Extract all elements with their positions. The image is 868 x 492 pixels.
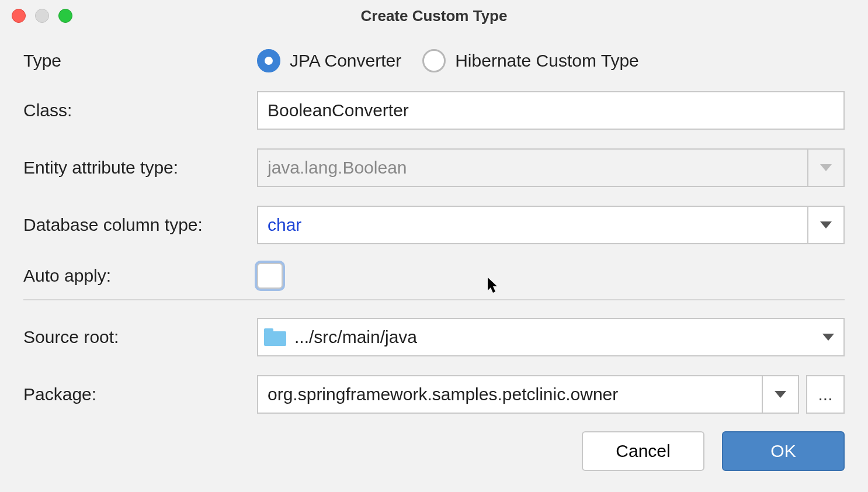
- radio-jpa-label: JPA Converter: [290, 51, 401, 71]
- source-root-label: Source root:: [23, 327, 257, 347]
- cancel-button[interactable]: Cancel: [582, 431, 704, 471]
- database-column-type-dropdown[interactable]: [807, 207, 843, 243]
- chevron-down-icon: [775, 391, 786, 398]
- folder-icon: [264, 328, 286, 346]
- auto-apply-checkbox[interactable]: [257, 263, 283, 289]
- database-column-type-label: Database column type:: [23, 215, 257, 235]
- type-label: Type: [23, 51, 257, 71]
- package-combo[interactable]: org.springframework.samples.petclinic.ow…: [257, 375, 799, 414]
- divider: [23, 299, 845, 300]
- class-input[interactable]: [257, 91, 845, 130]
- entity-attribute-type-label: Entity attribute type:: [23, 158, 257, 178]
- source-root-combo[interactable]: .../src/main/java: [257, 318, 845, 356]
- chevron-down-icon: [820, 164, 832, 171]
- window-controls: [12, 9, 72, 23]
- type-radio-group: JPA Converter Hibernate Custom Type: [257, 49, 845, 72]
- radio-hibernate-custom-type[interactable]: Hibernate Custom Type: [422, 49, 639, 72]
- package-value[interactable]: org.springframework.samples.petclinic.ow…: [258, 376, 762, 413]
- browse-package-button[interactable]: ...: [806, 375, 845, 414]
- zoom-icon[interactable]: [58, 9, 72, 23]
- class-label: Class:: [23, 101, 257, 120]
- radio-jpa-converter[interactable]: JPA Converter: [257, 49, 401, 72]
- database-column-type-combo[interactable]: char: [257, 206, 845, 244]
- radio-icon: [422, 49, 446, 72]
- radio-hibernate-label: Hibernate Custom Type: [455, 51, 639, 71]
- database-column-type-value[interactable]: char: [258, 207, 807, 243]
- chevron-down-icon: [822, 334, 834, 341]
- entity-attribute-type-value: java.lang.Boolean: [258, 150, 807, 186]
- titlebar: Create Custom Type: [0, 0, 868, 32]
- window-title: Create Custom Type: [0, 7, 868, 25]
- package-label: Package:: [23, 384, 257, 404]
- entity-attribute-type-combo: java.lang.Boolean: [257, 148, 845, 187]
- auto-apply-label: Auto apply:: [23, 266, 257, 286]
- chevron-down-icon: [820, 221, 832, 228]
- source-root-value: .../src/main/java: [294, 327, 822, 347]
- package-dropdown[interactable]: [762, 376, 798, 413]
- entity-attribute-type-dropdown: [807, 150, 843, 186]
- close-icon[interactable]: [12, 9, 26, 23]
- ok-button[interactable]: OK: [722, 431, 845, 471]
- radio-icon: [257, 49, 280, 72]
- minimize-icon: [35, 9, 49, 23]
